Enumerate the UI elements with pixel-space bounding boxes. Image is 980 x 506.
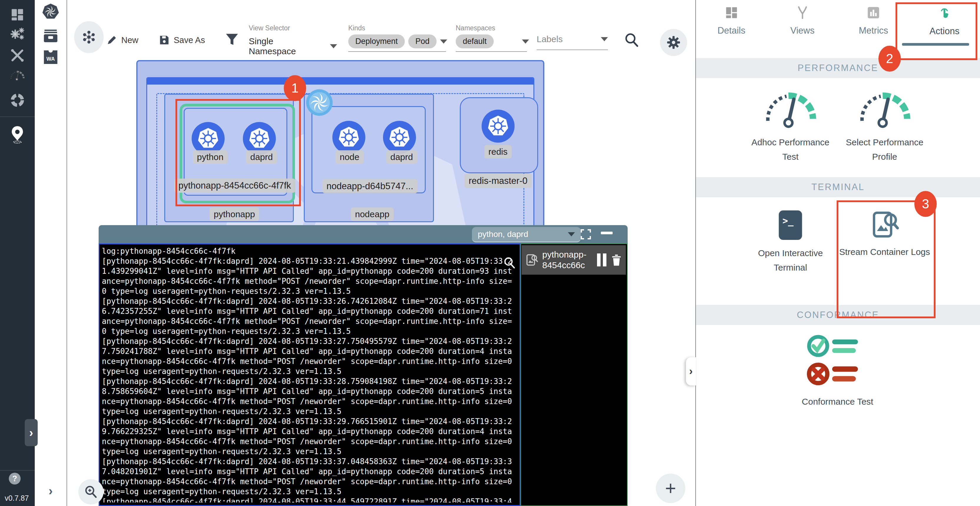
svg-text:>_: >_	[783, 215, 794, 226]
tab-details[interactable]: Details	[699, 6, 764, 37]
zoom-in-icon	[84, 484, 98, 499]
delete-stream-button[interactable]	[611, 254, 622, 267]
namespaces-label: Namespaces	[456, 24, 529, 32]
deployment-label: pythonapp	[210, 208, 259, 221]
performance-gauge-icon[interactable]	[0, 64, 35, 87]
log-search-icon[interactable]	[503, 256, 516, 270]
tab-views[interactable]: Views	[770, 6, 835, 37]
view-selector-control[interactable]: View Selector Single Namespace	[249, 24, 344, 62]
chevron-down-icon	[330, 44, 337, 48]
section-header-terminal: TERMINAL	[696, 177, 980, 197]
dapr-sidecar-icon	[306, 89, 332, 116]
stream-pod-name-line2: 8454cc66c	[542, 260, 586, 271]
chevron-down-icon	[568, 232, 575, 236]
container-label: redis	[484, 145, 512, 158]
gear-icon	[666, 35, 681, 50]
tab-label: Details	[699, 26, 764, 36]
conformance-checklist-icon	[805, 333, 870, 389]
extensions-icon[interactable]	[0, 88, 35, 112]
app-version: v0.7.87	[5, 494, 29, 503]
details-panel: Details Views Metrics Actions 2 PERFORMA…	[695, 0, 980, 506]
annotation-step-badge: 3	[914, 191, 937, 217]
log-stream-item[interactable]: pythonapp- 8454cc66c	[522, 245, 626, 275]
views-icon	[796, 6, 809, 19]
wasm-icon[interactable]: WA	[35, 48, 67, 66]
strip-expand-chevron[interactable]: ›	[41, 483, 60, 499]
mesh-cluster-icon	[81, 29, 97, 45]
save-icon	[159, 35, 170, 45]
log-stream-window: python, daprd log:pythonapp-8454cc66c-4f…	[99, 225, 628, 506]
stream-pod-name-line1: pythonapp-	[542, 249, 586, 260]
pod-name-label: redis-master-0	[465, 174, 531, 188]
container-filter-value: python, daprd	[478, 230, 528, 239]
chevron-down-icon	[601, 37, 608, 41]
archive-inbox-icon[interactable]	[35, 27, 67, 45]
sidebar-divider	[0, 470, 35, 471]
search-button[interactable]	[624, 32, 640, 49]
adhoc-performance-test-card[interactable]: Adhoc Performance Test	[743, 88, 837, 164]
kinds-label: Kinds	[348, 24, 447, 32]
annotation-box-1	[175, 99, 301, 206]
annotation-box-3	[837, 200, 935, 318]
kinds-control[interactable]: Kinds Deployment Pod	[348, 24, 447, 52]
card-label: Adhoc Performance Test	[743, 135, 837, 164]
log-window-titlebar[interactable]: python, daprd	[99, 225, 628, 243]
view-selector-value: Single Namespace	[249, 36, 322, 56]
gauge-icon	[759, 88, 821, 130]
terminal-icon: >_	[778, 210, 803, 241]
kind-chip[interactable]: Deployment	[348, 35, 405, 48]
log-output-pane[interactable]: log:pythonapp-8454cc66c-4f7fk [pythonapp…	[99, 243, 520, 506]
card-label: Select Performance Profile	[837, 135, 932, 164]
sidebar-expand-button[interactable]: ›	[25, 419, 38, 446]
new-button[interactable]: New	[107, 35, 138, 45]
plugins-strip: WA	[35, 0, 67, 506]
log-streams-pane: pythonapp- 8454cc66c	[520, 243, 628, 506]
filter-button[interactable]	[225, 32, 239, 48]
pause-stream-button[interactable]	[597, 254, 606, 267]
select-performance-profile-card[interactable]: Select Performance Profile	[837, 88, 932, 164]
annotation-box-2	[896, 2, 977, 60]
lifecycle-gears-icon[interactable]	[0, 23, 35, 46]
container-redis-icon[interactable]	[482, 110, 515, 143]
container-label: node	[336, 150, 364, 164]
details-grid-icon	[725, 6, 738, 19]
container-node-icon[interactable]	[332, 121, 365, 154]
fullscreen-icon[interactable]	[580, 229, 592, 240]
settings-button[interactable]	[660, 29, 687, 56]
kanvas-pin-icon[interactable]	[0, 123, 35, 146]
pencil-icon	[107, 35, 117, 45]
labels-control[interactable]: Labels	[537, 34, 608, 50]
help-button[interactable]: ?	[9, 473, 21, 484]
minimize-icon[interactable]	[601, 231, 612, 234]
plus-icon: +	[665, 477, 676, 499]
fit-view-button[interactable]	[74, 21, 103, 53]
conformance-test-card[interactable]: Conformance Test	[791, 333, 885, 409]
gauge-icon	[854, 88, 916, 130]
metrics-icon	[867, 6, 880, 19]
namespaces-control[interactable]: Namespaces default	[456, 24, 529, 52]
zoom-in-button[interactable]	[78, 479, 103, 504]
namespace-chip[interactable]: default	[456, 35, 494, 48]
pod-name-label: nodeapp-d64b5747...	[322, 179, 417, 193]
card-label: Conformance Test	[791, 394, 885, 409]
open-interactive-terminal-card[interactable]: >_ Open Interactive Terminal	[743, 210, 837, 275]
chevron-down-icon	[440, 40, 447, 44]
tab-label: Views	[770, 26, 835, 36]
section-header-performance: PERFORMANCE	[696, 58, 980, 78]
kind-chip[interactable]: Pod	[408, 35, 437, 48]
chevron-down-icon	[522, 40, 529, 44]
add-node-button[interactable]: +	[656, 474, 685, 503]
save-as-button[interactable]: Save As	[159, 35, 205, 45]
log-file-icon	[525, 254, 538, 267]
container-filter-select[interactable]: python, daprd	[472, 227, 581, 242]
container-daprd-icon[interactable]	[383, 121, 416, 154]
save-as-button-label: Save As	[174, 35, 205, 45]
view-selector-label: View Selector	[249, 24, 344, 32]
svg-text:WA: WA	[46, 56, 55, 62]
annotation-step-badge: 2	[878, 46, 901, 72]
dapr-logo-icon[interactable]	[35, 2, 67, 21]
annotation-step-badge: 1	[284, 75, 306, 101]
log-text: log:pythonapp-8454cc66c-4f7fk [pythonapp…	[102, 246, 516, 503]
search-icon	[624, 32, 640, 48]
panel-collapse-button[interactable]: ›	[686, 357, 696, 385]
